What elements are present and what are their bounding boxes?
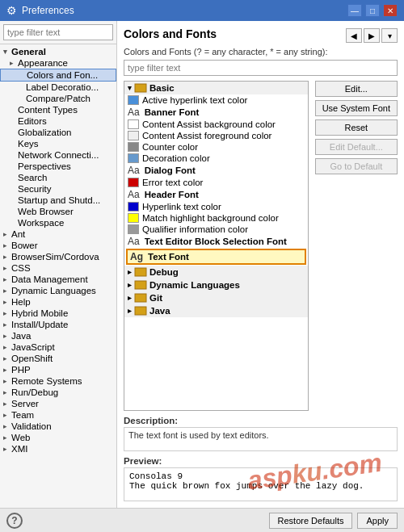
use-system-font-button[interactable]: Use System Font — [315, 100, 398, 116]
sidebar-item-workspace[interactable]: Workspace — [0, 217, 116, 228]
go-to-default-button[interactable]: Go to Default — [315, 158, 398, 174]
basic-group-arrow: ▾ — [128, 84, 132, 92]
nav-back-button[interactable]: ◀ — [346, 28, 362, 43]
basic-group-icon — [134, 83, 147, 93]
sidebar-item-web[interactable]: ▸ Web — [0, 432, 116, 443]
sidebar-item-compare-patch[interactable]: Compare/Patch — [0, 93, 116, 104]
item-match-highlight[interactable]: Match highlight background color — [124, 212, 308, 224]
sidebar-item-general[interactable]: ▾ General — [0, 46, 116, 57]
content-assist-bg-swatch — [128, 119, 139, 129]
nav-down-button[interactable]: ▾ — [381, 28, 398, 43]
sidebar-item-dynamic-languages[interactable]: ▸ Dynamic Languages — [0, 285, 116, 296]
counter-label: Counter color — [142, 142, 198, 152]
java-group-icon — [134, 306, 147, 316]
sidebar-item-editors[interactable]: Editors — [0, 115, 116, 127]
sidebar-item-label-decoration[interactable]: Label Decoratio... — [0, 82, 116, 93]
item-dialog-font[interactable]: Aa Dialog Font — [124, 164, 308, 177]
restore-defaults-button[interactable]: Restore Defaults — [269, 513, 353, 529]
sidebar-item-keys[interactable]: Keys — [0, 138, 116, 149]
sidebar-item-javascript[interactable]: ▸ JavaScript — [0, 341, 116, 353]
item-content-assist-bg[interactable]: Content Assist background color — [124, 119, 308, 130]
item-text-font[interactable]: Ag Text Font — [126, 249, 306, 265]
sidebar-item-ant[interactable]: ▸ Ant — [0, 228, 116, 240]
edit-button[interactable]: Edit... — [315, 81, 398, 97]
content-assist-fg-swatch — [128, 131, 139, 140]
group-git-header[interactable]: ▸ Git — [124, 291, 308, 304]
item-qualifier-color[interactable]: Qualifier information color — [124, 224, 308, 235]
colors-filter-input[interactable] — [124, 60, 398, 76]
sidebar-item-network[interactable]: Network Connecti... — [0, 149, 116, 161]
item-error-color[interactable]: Error text color — [124, 177, 308, 188]
editors-label: Editors — [18, 116, 47, 126]
button-column: Edit... Use System Font Reset Edit Defau… — [315, 81, 398, 411]
dynamic-lang-label: Dynamic Languages — [149, 280, 240, 290]
sidebar-item-openshift[interactable]: ▸ OpenShift — [0, 353, 116, 364]
sidebar-item-install-update[interactable]: ▸ Install/Update — [0, 319, 116, 330]
item-counter-color[interactable]: Counter color — [124, 141, 308, 153]
maximize-button[interactable]: □ — [365, 4, 380, 17]
edit-default-button[interactable]: Edit Default... — [315, 139, 398, 155]
sidebar-item-perspectives[interactable]: Perspectives — [0, 161, 116, 172]
header-font-label: Header Font — [145, 190, 199, 199]
sidebar-item-browsersim[interactable]: ▸ BrowserSim/Cordova — [0, 251, 116, 262]
help-button[interactable]: ? — [6, 513, 23, 529]
group-dynamic-lang-header[interactable]: ▸ Dynamic Languages — [124, 279, 308, 291]
sidebar-item-security[interactable]: Security — [0, 183, 116, 195]
nav-forward-button[interactable]: ▶ — [364, 28, 380, 43]
text-font-prefix: Ag — [130, 251, 143, 262]
item-decoration-color[interactable]: Decoration color — [124, 153, 308, 164]
sidebar-item-remote-systems[interactable]: ▸ Remote Systems — [0, 375, 116, 387]
minimize-button[interactable]: — — [347, 4, 362, 17]
sidebar-item-startup[interactable]: Startup and Shutd... — [0, 195, 116, 206]
group-basic-header[interactable]: ▾ Basic — [124, 82, 308, 94]
network-label: Network Connecti... — [18, 150, 99, 160]
window-title: Preferences — [22, 5, 74, 16]
sidebar-item-colors-fonts[interactable]: Colors and Fon... — [0, 69, 116, 82]
sidebar-item-bower[interactable]: ▸ Bower — [0, 240, 116, 251]
sidebar-item-help[interactable]: ▸ Help — [0, 296, 116, 308]
match-highlight-swatch — [128, 213, 139, 223]
item-content-assist-fg[interactable]: Content Assist foreground color — [124, 130, 308, 141]
sidebar-item-globalization[interactable]: Globalization — [0, 127, 116, 138]
perspectives-label: Perspectives — [18, 161, 71, 171]
workspace-label: Workspace — [18, 218, 64, 228]
sidebar-item-content-types[interactable]: Content Types — [0, 104, 116, 115]
sidebar-item-xmi[interactable]: ▸ XMI — [0, 443, 116, 455]
colors-list: ▾ Basic Active hyperlink text color Aa B… — [124, 81, 309, 411]
apply-button[interactable]: Apply — [357, 513, 398, 529]
counter-swatch — [128, 142, 139, 152]
item-hyperlink-text[interactable]: Hyperlink text color — [124, 201, 308, 212]
git-icon — [134, 293, 147, 303]
hyperlink-text-swatch — [128, 202, 139, 212]
search-label: Search — [18, 173, 47, 182]
sidebar-search[interactable] — [0, 21, 116, 44]
sidebar-item-validation[interactable]: ▸ Validation — [0, 421, 116, 432]
sidebar-item-css[interactable]: ▸ CSS — [0, 262, 116, 274]
item-block-selection-font[interactable]: Aa Text Editor Block Selection Font — [124, 235, 308, 248]
item-header-font[interactable]: Aa Header Font — [124, 188, 308, 201]
java-group-label: Java — [149, 306, 170, 316]
group-debug-header[interactable]: ▸ Debug — [124, 266, 308, 279]
sidebar-item-search[interactable]: Search — [0, 172, 116, 183]
sidebar-item-web-browser[interactable]: Web Browser — [0, 206, 116, 217]
item-banner-font[interactable]: Aa Banner Font — [124, 106, 308, 119]
sidebar-item-java[interactable]: ▸ Java — [0, 330, 116, 341]
sidebar-item-run-debug[interactable]: ▸ Run/Debug — [0, 387, 116, 398]
sidebar-item-appearance[interactable]: ▸ Appearance — [0, 57, 116, 69]
sidebar-filter-input[interactable] — [3, 24, 113, 40]
dialog-font-prefix: Aa — [128, 165, 140, 176]
item-hyperlink-color[interactable]: Active hyperlink text color — [124, 94, 308, 106]
window-controls[interactable]: — □ ✕ — [347, 4, 398, 17]
dynamic-lang-arrow: ▸ — [128, 281, 132, 289]
sidebar-item-hybrid-mobile[interactable]: ▸ Hybrid Mobile — [0, 308, 116, 319]
close-button[interactable]: ✕ — [383, 4, 398, 17]
right-panel: Colors and Fonts ◀ ▶ ▾ Colors and Fonts … — [117, 21, 404, 508]
group-java-header[interactable]: ▸ Java — [124, 304, 308, 317]
svg-rect-0 — [135, 84, 146, 92]
reset-button[interactable]: Reset — [315, 119, 398, 136]
error-swatch — [128, 178, 139, 187]
sidebar-item-php[interactable]: ▸ PHP — [0, 364, 116, 375]
sidebar-item-team[interactable]: ▸ Team — [0, 409, 116, 421]
sidebar-item-server[interactable]: ▸ Server — [0, 398, 116, 409]
sidebar-item-data-management[interactable]: ▸ Data Management — [0, 274, 116, 285]
